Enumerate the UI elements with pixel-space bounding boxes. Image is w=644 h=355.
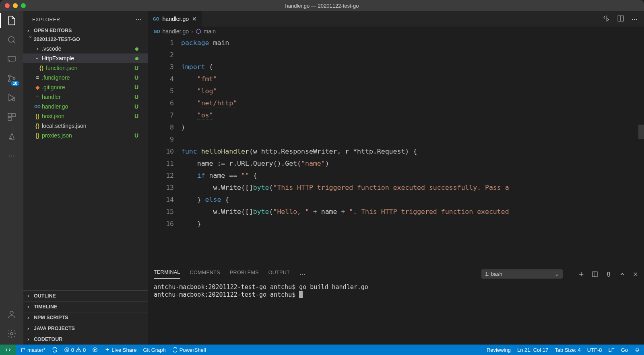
folder-vscode[interactable]: ›.vscode [23, 44, 148, 53]
go-file-icon: GO [154, 29, 160, 34]
file-gitignore[interactable]: ◆.gitignore U [23, 82, 148, 92]
remote-button[interactable] [0, 345, 16, 355]
sync-button[interactable] [52, 347, 58, 353]
workspace-label: 20201122-TEST-GO [34, 37, 80, 42]
timeline-section[interactable]: ›TIMELINE [23, 301, 148, 312]
minimap-indicator[interactable] [638, 125, 644, 139]
remote-explorer-icon[interactable] [6, 54, 17, 64]
open-editors-label: OPEN EDITORS [34, 28, 72, 33]
output-tab[interactable]: OUTPUT [268, 270, 290, 279]
outline-section[interactable]: ›OUTLINE [23, 290, 148, 301]
npm-section[interactable]: ›NPM SCRIPTS [23, 312, 148, 323]
notifications-icon[interactable] [634, 347, 640, 353]
new-terminal-icon[interactable] [578, 271, 584, 277]
tab-handler-go[interactable]: GO handler.go ✕ [148, 11, 202, 27]
svg-rect-7 [8, 113, 11, 117]
source-control-icon[interactable]: 10 [6, 73, 17, 84]
chevron-down-icon: ⌄ [555, 271, 559, 277]
problems-tab[interactable]: PROBLEMS [230, 270, 259, 279]
sidebar-more-icon[interactable]: ··· [136, 15, 142, 24]
split-editor-icon[interactable] [617, 15, 624, 22]
panel: TERMINAL COMMENTS PROBLEMS OUTPUT ··· 1:… [148, 266, 644, 345]
java-section[interactable]: ›JAVA PROJECTS [23, 323, 148, 334]
reviewing-status[interactable]: Reviewing [487, 347, 511, 353]
breadcrumb-file[interactable]: handler.go [163, 28, 189, 35]
eol-status[interactable]: LF [608, 347, 614, 353]
sidebar-title: EXPLORER [32, 17, 60, 23]
svg-point-5 [13, 78, 15, 80]
file-host-json[interactable]: {}host.json U [23, 111, 148, 121]
status-bar: master* 0 0 Live Share Git Graph PowerSh… [0, 345, 644, 355]
editor-more-icon[interactable]: ··· [632, 15, 638, 23]
svg-point-6 [12, 98, 15, 101]
terminal-select[interactable]: 1: bash ⌄ [481, 269, 563, 279]
activity-bar: 10 ··· [0, 11, 23, 345]
maximize-panel-icon[interactable] [619, 271, 625, 277]
svg-point-18 [93, 348, 97, 352]
extensions-icon[interactable] [6, 112, 17, 122]
file-funcignore[interactable]: ≡.funcignore U [23, 73, 148, 82]
explorer-icon[interactable] [6, 15, 17, 26]
svg-rect-1 [8, 56, 15, 61]
live-share[interactable]: Live Share [104, 347, 136, 353]
tab-bar: GO handler.go ✕ ··· [148, 11, 644, 27]
window-title: handler.go — 20201122-test-go [0, 3, 644, 9]
encoding-status[interactable]: UTF-8 [587, 347, 602, 353]
codetour-section[interactable]: ›CODETOUR [23, 334, 148, 345]
titlebar: handler.go — 20201122-test-go [0, 0, 644, 11]
file-function-json[interactable]: {}function.json U [23, 63, 148, 73]
language-status[interactable]: Go [621, 347, 628, 353]
svg-point-10 [10, 311, 13, 314]
svg-point-15 [21, 351, 22, 351]
svg-rect-9 [8, 117, 11, 121]
file-local-settings[interactable]: {}local.settings.json [23, 121, 148, 131]
svg-point-0 [8, 37, 14, 42]
tab-size-status[interactable]: Tab Size: 4 [555, 347, 580, 353]
svg-point-11 [10, 332, 13, 335]
folder-httpexample[interactable]: ›HttpExample [23, 53, 148, 63]
search-icon[interactable] [6, 35, 17, 45]
more-icon[interactable]: ··· [6, 150, 17, 161]
git-graph[interactable]: Git Graph [143, 347, 165, 353]
symbol-icon [196, 29, 201, 34]
file-handler-bin[interactable]: ≡handler U [23, 92, 148, 102]
split-terminal-icon[interactable] [592, 271, 598, 277]
run-debug-icon[interactable] [6, 92, 17, 103]
settings-gear-icon[interactable] [6, 328, 17, 339]
account-icon[interactable] [6, 309, 17, 320]
workspace-section[interactable]: ›20201122-TEST-GO [23, 35, 148, 44]
comments-tab[interactable]: COMMENTS [190, 270, 220, 279]
close-panel-icon[interactable] [633, 271, 638, 277]
compare-icon[interactable] [603, 15, 610, 22]
sidebar: EXPLORER ··· ›OPEN EDITORS ›20201122-TES… [23, 11, 148, 345]
breadcrumb[interactable]: GO handler.go › main [148, 27, 644, 36]
file-proxies-json[interactable]: {}proxies.json U [23, 131, 148, 140]
git-branch-status[interactable]: master* [20, 347, 45, 353]
code-editor[interactable]: 12345678910111213141516 package main imp… [148, 36, 644, 266]
source-control-badge: 10 [11, 81, 19, 86]
tab-label: handler.go [163, 16, 189, 22]
panel-more-icon[interactable]: ··· [299, 270, 305, 278]
errors-warnings[interactable]: 0 0 [64, 347, 86, 353]
terminal-body[interactable]: antchu-macbook:20201122-test-go antchu$ … [148, 279, 644, 345]
go-file-icon: GO [153, 17, 159, 21]
svg-point-3 [8, 75, 10, 77]
azure-icon[interactable] [6, 131, 17, 142]
svg-point-2 [9, 60, 10, 62]
line-col-status[interactable]: Ln 21, Col 17 [517, 347, 548, 353]
file-tree: ›.vscode ›HttpExample {}function.json U … [23, 44, 148, 290]
editor-area: GO handler.go ✕ ··· GO handler.go › main… [148, 11, 644, 345]
close-tab-icon[interactable]: ✕ [192, 16, 197, 22]
breadcrumb-symbol[interactable]: main [204, 28, 216, 35]
file-handler-go[interactable]: GOhandler.go U [23, 102, 148, 111]
svg-point-14 [21, 348, 22, 349]
open-editors-section[interactable]: ›OPEN EDITORS [23, 26, 148, 35]
port-icon[interactable] [92, 347, 98, 353]
svg-point-4 [8, 80, 10, 82]
terminal-tab[interactable]: TERMINAL [154, 269, 180, 279]
svg-rect-8 [12, 113, 15, 117]
kill-terminal-icon[interactable] [605, 271, 612, 277]
powershell[interactable]: PowerShell [172, 347, 206, 353]
